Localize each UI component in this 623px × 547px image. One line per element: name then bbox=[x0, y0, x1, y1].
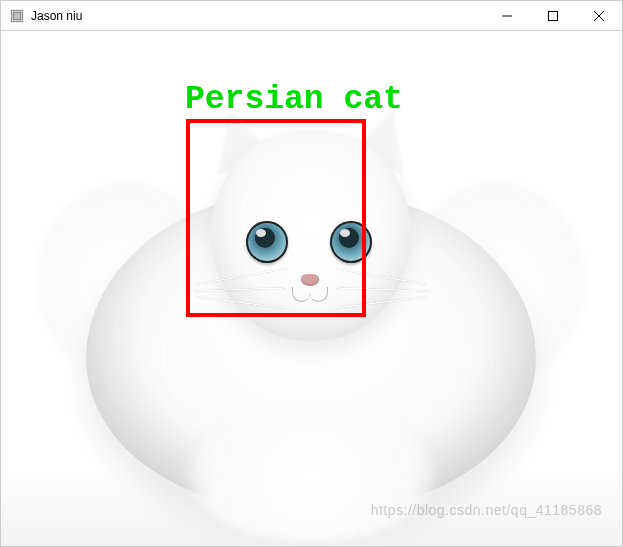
window-title: Jason niu bbox=[31, 9, 82, 23]
window-controls bbox=[484, 1, 622, 30]
svg-rect-1 bbox=[13, 12, 21, 20]
watermark-text: https://blog.csdn.net/qq_41185868 bbox=[371, 502, 602, 518]
image-canvas: Persian cat https://blog.csdn.net/qq_411… bbox=[1, 31, 622, 546]
close-button[interactable] bbox=[576, 1, 622, 30]
maximize-button[interactable] bbox=[530, 1, 576, 30]
svg-rect-3 bbox=[549, 11, 558, 20]
app-icon bbox=[9, 8, 25, 24]
content-area: Persian cat https://blog.csdn.net/qq_411… bbox=[1, 31, 622, 546]
detection-label: Persian cat bbox=[185, 81, 403, 118]
titlebar: Jason niu bbox=[1, 1, 622, 31]
minimize-button[interactable] bbox=[484, 1, 530, 30]
detection-bounding-box bbox=[186, 119, 366, 317]
app-window: Jason niu bbox=[0, 0, 623, 547]
